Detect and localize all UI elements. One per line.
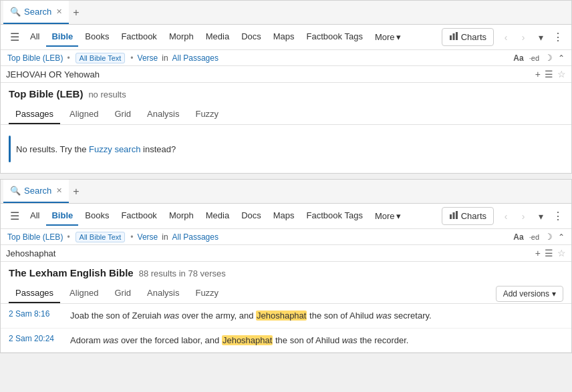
nav-forward-btn[interactable]: › bbox=[515, 29, 531, 45]
nav-factbook[interactable]: Factbook bbox=[116, 27, 162, 47]
bookmark-btn[interactable]: ☆ bbox=[557, 69, 566, 79]
chevron-down-icon: ▾ bbox=[396, 32, 401, 42]
nav-bible[interactable]: Bible bbox=[46, 27, 78, 47]
add-versions-btn[interactable]: Add versions ▾ bbox=[496, 286, 563, 302]
nav-history-btn[interactable]: ▾ bbox=[533, 29, 549, 45]
sub-tab-passages-1[interactable]: Passages bbox=[9, 105, 60, 124]
nav-bible-2[interactable]: Bible bbox=[46, 206, 78, 226]
sub-tab-grid-2[interactable]: Grid bbox=[108, 284, 138, 303]
charts-label: Charts bbox=[461, 32, 486, 42]
search-input-1[interactable] bbox=[6, 69, 535, 79]
charts-btn-1[interactable]: Charts bbox=[442, 28, 494, 46]
nav-history-btn-2[interactable]: ▾ bbox=[533, 208, 549, 224]
expand-btn[interactable]: ⌃ bbox=[558, 53, 565, 63]
tab-search-2[interactable]: 🔍 Search ✕ bbox=[3, 180, 69, 203]
nav-factbook-tags-2[interactable]: Factbook Tags bbox=[301, 206, 368, 226]
expand-btn-2[interactable]: ⌃ bbox=[558, 232, 565, 242]
sub-tab-fuzzy-1[interactable]: Fuzzy bbox=[188, 105, 225, 124]
tab-add-btn-2[interactable]: + bbox=[69, 186, 83, 198]
fuzzy-search-link[interactable]: Fuzzy search bbox=[89, 144, 140, 154]
nav-books-2[interactable]: Books bbox=[80, 206, 114, 226]
nav-forward-btn-2[interactable]: › bbox=[515, 208, 531, 224]
nav-all[interactable]: All bbox=[25, 27, 45, 47]
hamburger-btn[interactable]: ☰ bbox=[6, 28, 23, 46]
results-count-2: 88 results in 78 verses bbox=[139, 268, 226, 278]
filter-bar-2: Top Bible (LEB) • All Bible Text • Verse… bbox=[1, 229, 571, 245]
charts-bar-icon-2 bbox=[449, 210, 458, 222]
nav-all-2[interactable]: All bbox=[25, 206, 45, 226]
font-size-btn-2[interactable]: Aa bbox=[513, 232, 523, 242]
results-title-1: Top Bible (LEB) bbox=[9, 88, 83, 100]
tab-search-1[interactable]: 🔍 Search ✕ bbox=[3, 1, 69, 24]
edit-btn-2[interactable]: ·ed bbox=[529, 233, 539, 241]
sub-tab-aligned-2[interactable]: Aligned bbox=[63, 284, 105, 303]
bible-text-tag: All Bible Text bbox=[76, 53, 126, 63]
tab-add-btn[interactable]: + bbox=[69, 7, 83, 19]
hamburger-btn-2[interactable]: ☰ bbox=[6, 207, 23, 225]
input-actions-1: + ☰ ☆ bbox=[535, 69, 566, 79]
nav-media[interactable]: Media bbox=[200, 27, 235, 47]
nav-docs-2[interactable]: Docs bbox=[236, 206, 267, 226]
svg-rect-0 bbox=[450, 35, 452, 40]
tab-close-btn-2[interactable]: ✕ bbox=[56, 186, 62, 195]
filter-text-type[interactable]: All Bible Text bbox=[74, 53, 127, 63]
nav-options-btn-2[interactable]: ⋮ bbox=[550, 208, 566, 224]
sub-tab-aligned-1[interactable]: Aligned bbox=[63, 105, 105, 124]
nav-more-btn[interactable]: More ▾ bbox=[370, 28, 406, 46]
highlight-1: Jehoshaphat bbox=[256, 311, 307, 321]
filter-text-type-2[interactable]: All Bible Text bbox=[74, 232, 127, 242]
sub-tab-passages-2[interactable]: Passages bbox=[9, 284, 60, 303]
tab-close-btn[interactable]: ✕ bbox=[56, 7, 62, 16]
nav-maps-2[interactable]: Maps bbox=[268, 206, 300, 226]
chevron-down-icon-3: ▾ bbox=[552, 289, 556, 299]
font-size-btn[interactable]: Aa bbox=[513, 53, 523, 63]
result-ref-1[interactable]: 2 Sam 8:16 bbox=[9, 309, 62, 319]
sub-tab-fuzzy-2[interactable]: Fuzzy bbox=[188, 284, 225, 303]
filter-in-text: in bbox=[162, 53, 168, 63]
add-input-btn[interactable]: + bbox=[535, 69, 541, 79]
filter-scope[interactable]: All Passages bbox=[172, 53, 219, 63]
sub-tab-analysis-1[interactable]: Analysis bbox=[140, 105, 186, 124]
list-view-btn[interactable]: ☰ bbox=[545, 69, 553, 79]
nav-maps[interactable]: Maps bbox=[268, 27, 300, 47]
result-text-1: Joab the son of Zeruiah was over the arm… bbox=[70, 309, 432, 323]
add-input-btn-2[interactable]: + bbox=[535, 248, 541, 258]
theme-btn-2[interactable]: ☽ bbox=[545, 232, 553, 242]
nav-morph[interactable]: Morph bbox=[164, 27, 199, 47]
no-results-area: No results. Try the Fuzzy search instead… bbox=[1, 125, 571, 173]
sub-tab-grid-1[interactable]: Grid bbox=[108, 105, 138, 124]
filter-bible-2[interactable]: Top Bible (LEB) bbox=[7, 232, 63, 242]
theme-btn[interactable]: ☽ bbox=[545, 53, 553, 63]
nav-factbook-2[interactable]: Factbook bbox=[116, 206, 162, 226]
input-actions-2: + ☰ ☆ bbox=[535, 248, 566, 258]
nav-books[interactable]: Books bbox=[80, 27, 114, 47]
sub-tab-analysis-2[interactable]: Analysis bbox=[140, 284, 186, 303]
filter-scope-type-2[interactable]: Verse bbox=[138, 232, 158, 242]
filter-scope-2[interactable]: All Passages bbox=[172, 232, 219, 242]
filter-scope-type[interactable]: Verse bbox=[138, 53, 158, 63]
nav-more-btn-2[interactable]: More ▾ bbox=[370, 207, 406, 225]
more-label: More bbox=[375, 32, 395, 42]
search-icon: 🔍 bbox=[10, 7, 21, 17]
edit-btn[interactable]: ·ed bbox=[529, 54, 539, 62]
charts-btn-2[interactable]: Charts bbox=[442, 207, 494, 225]
no-results-prefix: No results. Try the bbox=[16, 144, 89, 154]
nav-back-btn-2[interactable]: ‹ bbox=[498, 208, 514, 224]
filter-bible[interactable]: Top Bible (LEB) bbox=[7, 53, 63, 63]
bookmark-btn-2[interactable]: ☆ bbox=[557, 248, 566, 258]
result-ref-2[interactable]: 2 Sam 20:24 bbox=[9, 334, 62, 343]
filter-tools-1: Aa ·ed ☽ ⌃ bbox=[513, 53, 565, 63]
filter-in-text-2: in bbox=[162, 232, 168, 242]
charts-label-2: Charts bbox=[461, 211, 486, 221]
nav-factbook-tags[interactable]: Factbook Tags bbox=[301, 27, 368, 47]
nav-arrows-1: ‹ › ▾ bbox=[498, 29, 549, 45]
list-view-btn-2[interactable]: ☰ bbox=[545, 248, 553, 258]
svg-rect-1 bbox=[452, 33, 454, 40]
nav-morph-2[interactable]: Morph bbox=[164, 206, 199, 226]
nav-options-btn[interactable]: ⋮ bbox=[550, 29, 566, 45]
nav-media-2[interactable]: Media bbox=[200, 206, 235, 226]
nav-docs[interactable]: Docs bbox=[236, 27, 267, 47]
search-icon-2: 🔍 bbox=[10, 186, 21, 196]
nav-back-btn[interactable]: ‹ bbox=[498, 29, 514, 45]
search-input-2[interactable] bbox=[6, 248, 535, 258]
